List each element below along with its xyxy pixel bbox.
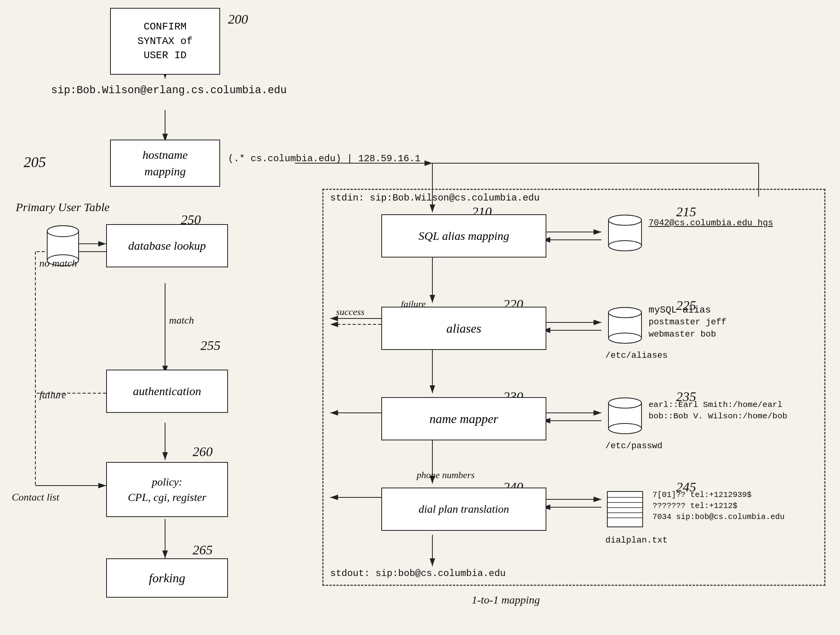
svg-point-44 <box>608 241 641 251</box>
aliases-box: aliases <box>381 307 546 350</box>
svg-point-52 <box>608 423 641 434</box>
failure-auth-label: failure <box>39 389 66 401</box>
svg-point-53 <box>608 398 641 408</box>
sql-alias-label: SQL alias mapping <box>418 229 509 243</box>
sql-alias-db <box>605 214 645 254</box>
authentication-label: authentication <box>133 385 201 398</box>
dial-plan-db <box>605 488 649 531</box>
num-215: 215 <box>676 204 696 219</box>
num-255: 255 <box>200 338 221 353</box>
hostname-mapping-label: hostname mapping <box>143 147 188 180</box>
hostname-regex-label: (.* cs.columbia.edu) | 128.59.16.1 <box>228 153 421 164</box>
dial-plan-label: dial plan translation <box>419 503 509 515</box>
sip-address-label: sip:Bob.Wilson@erlang.cs.columbia.edu <box>51 85 287 96</box>
sql-alias-db-label: 7042@cs.columbia.edu hgs <box>649 218 773 228</box>
dialplan-label: dialplan.txt <box>605 536 667 545</box>
num-225: 225 <box>676 298 696 313</box>
forking-box: forking <box>106 558 228 598</box>
svg-rect-54 <box>607 491 643 527</box>
name-mapper-db <box>605 397 645 436</box>
confirm-syntax-label: CONFIRM SYNTAX of USER ID <box>138 20 193 63</box>
name-mapper-label: name mapper <box>429 412 498 426</box>
dial-plan-box: dial plan translation <box>381 488 546 531</box>
no-match-label: no match <box>39 258 77 269</box>
num-200: 200 <box>228 12 248 27</box>
aliases-label: aliases <box>447 321 482 336</box>
diagram-container: CONFIRM SYNTAX of USER ID 200 sip:Bob.Wi… <box>0 0 840 635</box>
database-lookup-box: database lookup <box>106 224 228 267</box>
success-label: success <box>336 307 364 317</box>
database-lookup-label: database lookup <box>128 239 206 252</box>
svg-point-49 <box>608 307 641 318</box>
forking-label: forking <box>149 571 185 585</box>
aliases-db <box>605 307 645 346</box>
confirm-syntax-box: CONFIRM SYNTAX of USER ID <box>110 8 220 75</box>
policy-box: policy: CPL, cgi, register <box>106 462 228 517</box>
match-label: match <box>169 315 194 326</box>
etc-aliases-label: /etc/aliases <box>605 351 667 361</box>
one-to-one-mapping-label: 1-to-1 mapping <box>472 594 540 606</box>
contact-list-label: Contact list <box>12 491 59 503</box>
primary-user-table-label: Primary User Table <box>16 201 110 214</box>
sql-alias-mapping-box: SQL alias mapping <box>381 214 546 258</box>
policy-label: policy: CPL, cgi, register <box>128 474 206 505</box>
stdin-label: stdin: sip:Bob.Wilson@cs.columbia.edu <box>330 193 540 203</box>
num-260: 260 <box>193 444 213 459</box>
num-265: 265 <box>193 543 213 558</box>
svg-point-45 <box>608 215 641 225</box>
stdout-label: stdout: sip:bob@cs.columbia.edu <box>330 568 505 579</box>
phone-numbers-label: phone numbers <box>417 470 474 480</box>
hostname-mapping-box: hostname mapping <box>110 140 220 187</box>
aliases-db-label: postmaster jeff webmaster bob <box>649 317 726 341</box>
dial-plan-db-label: 7[01]?? tel:+1212939$ ??????? tel:+1212$… <box>653 490 785 523</box>
authentication-box: authentication <box>106 370 228 413</box>
svg-point-41 <box>47 226 79 237</box>
name-mapper-box: name mapper <box>381 397 546 440</box>
svg-point-48 <box>608 333 641 343</box>
name-mapper-db-label: earl::Earl Smith:/home/earl bob::Bob V. … <box>649 399 787 422</box>
etc-passwd-label: /etc/passwd <box>605 441 662 451</box>
num-205: 205 <box>24 153 46 171</box>
